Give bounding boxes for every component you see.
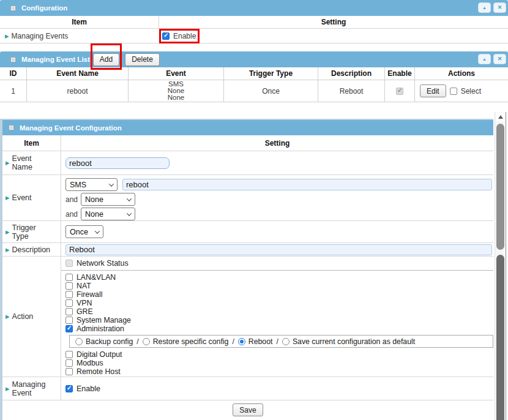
save-row: Save [2, 400, 493, 419]
close-button[interactable]: ✕ [493, 2, 506, 13]
selected-value: SMS [70, 181, 86, 189]
firewall-checkbox[interactable] [65, 291, 73, 298]
panel-collapse-icon [10, 6, 16, 11]
system-manage-checkbox[interactable] [65, 317, 73, 324]
event-value-input[interactable] [122, 179, 492, 190]
enable-label: Enable [77, 384, 100, 393]
edit-button[interactable]: Edit [420, 84, 446, 97]
row-arrow-icon: ▶ [6, 313, 10, 320]
enable-label: Enable [173, 32, 196, 40]
event-name-row: ▶Event Name [2, 151, 493, 175]
scrollbar-thumb[interactable] [496, 124, 504, 250]
checkbox-label: Remote Host [77, 367, 121, 376]
row-arrow-icon: ▶ [6, 229, 10, 235]
gre-checkbox[interactable] [65, 308, 73, 315]
separator: / [136, 337, 138, 346]
row-arrow-icon: ▶ [6, 247, 10, 253]
save-default-radio[interactable] [282, 338, 289, 345]
checkbox-label: GRE [77, 307, 93, 316]
event-config-panel-header: Managing Event Configuration [2, 120, 493, 135]
description-label: Description [12, 246, 51, 254]
managing-event-row: ▶Managing Event Enable [2, 377, 493, 400]
lan-vlan-checkbox[interactable] [65, 274, 73, 281]
event-list-panel-header: Managing Event List Add Delete ▲ ✕ [0, 51, 508, 67]
panel-title: Managing Event List [21, 56, 90, 63]
row-arrow-icon: ▶ [6, 195, 10, 201]
backup-config-radio[interactable] [75, 338, 83, 345]
description-row: ▶Description [2, 243, 493, 257]
close-button[interactable]: ✕ [493, 54, 506, 64]
separator: / [232, 337, 234, 346]
managing-event-enable-checkbox[interactable] [65, 385, 73, 392]
managing-events-label: Managing Events [12, 32, 69, 40]
event-config-panel: Managing Event Configuration Item Settin… [0, 119, 493, 420]
column-item: Item [2, 135, 61, 151]
column-setting: Setting [159, 16, 508, 28]
cell-trigger-type: Once [224, 80, 318, 102]
radio-label: Reboot [248, 337, 273, 346]
network-status-label: Network Status [77, 259, 129, 268]
select-checkbox[interactable] [450, 88, 457, 95]
enable-highlight: Enable [162, 32, 196, 40]
panel-collapse-icon [9, 125, 14, 130]
event-label: Event [12, 193, 32, 202]
vpn-checkbox[interactable] [65, 299, 73, 307]
event-name-input[interactable] [65, 157, 170, 169]
collapse-button[interactable]: ▲ [478, 54, 491, 64]
remote-host-checkbox[interactable] [65, 368, 73, 375]
managing-events-enable-checkbox[interactable] [162, 32, 170, 40]
managing-events-row: ▶ Managing Events Enable [0, 29, 508, 43]
column-actions: Actions [415, 67, 508, 80]
event-type-select[interactable]: SMS [65, 178, 118, 191]
delete-button[interactable]: Delete [125, 53, 160, 66]
and-label: and [65, 195, 78, 204]
cell-description: Reboot [318, 80, 385, 102]
row-arrow-icon: ▶ [6, 160, 10, 166]
modbus-checkbox[interactable] [65, 359, 73, 367]
description-input[interactable] [65, 244, 492, 255]
save-button[interactable]: Save [233, 403, 263, 416]
chevron-down-icon [109, 181, 114, 186]
column-event-name: Event Name [27, 67, 129, 80]
nat-checkbox[interactable] [65, 282, 73, 290]
column-enable: Enable [385, 67, 415, 80]
event-and1-select[interactable]: None [81, 193, 135, 206]
digital-output-checkbox[interactable] [65, 351, 73, 358]
event-and2-select[interactable]: None [81, 208, 135, 220]
scroll-up-button[interactable] [496, 113, 505, 122]
trigger-type-select[interactable]: Once [65, 225, 103, 238]
frame-border-line [506, 112, 506, 420]
cell-event: SMS None None [129, 80, 224, 102]
checkbox-label: Digital Output [77, 350, 122, 359]
collapse-button[interactable]: ▲ [478, 2, 491, 13]
trigger-type-row: ▶Trigger Type Once [2, 221, 493, 243]
scrollbar-thumb-dark[interactable] [496, 255, 504, 420]
chevron-down-icon [127, 196, 132, 201]
row-arrow-icon: ▶ [5, 33, 9, 39]
row-enable-checkbox [396, 88, 403, 95]
triangle-up-icon: ▲ [482, 6, 487, 10]
row-arrow-icon: ▶ [6, 386, 10, 392]
reboot-radio[interactable] [238, 338, 245, 345]
triangle-up-icon [498, 115, 503, 119]
event-row: ▶Event SMS and None and None [2, 175, 493, 221]
checkbox-label: NAT [77, 282, 91, 290]
separator: / [276, 337, 278, 346]
cell-actions: Edit Select [415, 80, 508, 102]
add-highlight: Add [93, 53, 119, 66]
checkbox-label: Modbus [77, 359, 103, 367]
column-description: Description [318, 67, 385, 80]
scrollbar[interactable] [495, 112, 505, 420]
and-label: and [65, 210, 78, 219]
close-icon: ✕ [498, 56, 502, 62]
restore-config-radio[interactable] [143, 338, 150, 345]
radio-label: Backup config [86, 337, 133, 346]
administration-checkbox[interactable] [65, 325, 73, 332]
network-status-checkbox [65, 260, 73, 267]
panel-title: Managing Event Configuration [20, 124, 122, 132]
radio-label: Restore specific config [153, 337, 229, 346]
add-button[interactable]: Add [93, 53, 119, 66]
radio-label: Save current configuration as default [293, 337, 415, 346]
triangle-up-icon: ▲ [482, 57, 487, 61]
event-config-table-header: Item Setting [2, 135, 493, 151]
